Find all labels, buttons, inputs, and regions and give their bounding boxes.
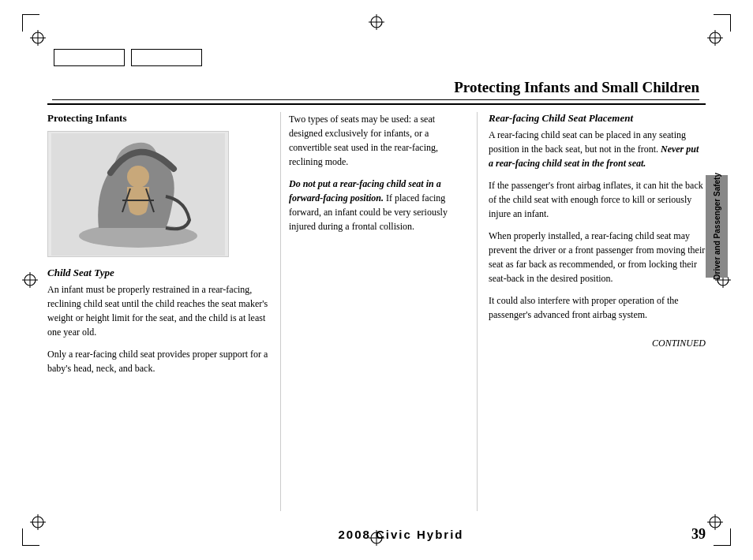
reg-mark-tl (30, 30, 46, 46)
page-title: Protecting Infants and Small Children (52, 79, 699, 100)
mid-intro-text: Two types of seats may be used: a seat d… (289, 112, 469, 169)
svg-point-26 (127, 166, 149, 188)
right-column: Driver and Passenger Safety Rear-facing … (478, 112, 706, 511)
content-area: Protecting Infants (47, 112, 706, 511)
corner-mark-bl (22, 528, 39, 546)
tab-box-1[interactable] (54, 49, 125, 66)
right-paragraph1-text: A rear-facing child seat can be placed i… (489, 129, 686, 155)
side-tab-text: Driver and Passenger Safety (713, 173, 721, 280)
continued-text: CONTINUED (489, 338, 706, 349)
infant-seat-image (47, 131, 229, 257)
title-rule (47, 103, 706, 105)
corner-mark-br (714, 528, 731, 546)
reg-mark-bl (30, 514, 46, 530)
reg-mark-tc (369, 14, 384, 30)
mid-bold-italic-block: Do not put a rear-facing child seat in a… (289, 177, 469, 233)
right-paragraph2: If the passenger's front airbag inflates… (489, 178, 706, 221)
corner-mark-tl (22, 14, 39, 32)
child-seat-type-paragraph2: Only a rear-facing child seat provides p… (47, 347, 271, 375)
footer-center: 2008 Civic Hybrid (338, 528, 463, 541)
right-paragraph3: When properly installed, a rear-facing c… (489, 229, 706, 286)
footer-page-number: 39 (691, 526, 706, 543)
tabs-row (54, 49, 202, 66)
section-heading-protecting-infants: Protecting Infants (47, 112, 271, 125)
child-seat-type-heading: Child Seat Type (47, 267, 271, 279)
left-column: Protecting Infants (47, 112, 280, 511)
reg-mark-br (707, 514, 723, 530)
page: Protecting Infants and Small Children Pr… (0, 0, 753, 560)
reg-mark-ml (22, 272, 38, 288)
side-tab: Driver and Passenger Safety (706, 175, 728, 278)
right-paragraph1: A rear-facing child seat can be placed i… (489, 128, 706, 170)
reg-mark-tr (707, 30, 723, 46)
tab-box-2[interactable] (131, 49, 202, 66)
right-paragraph4: It could also interfere with proper oper… (489, 293, 706, 322)
child-seat-type-paragraph1: An infant must be properly restrained in… (47, 282, 271, 339)
footer: 2008 Civic Hybrid 39 (47, 526, 706, 543)
rear-facing-placement-heading: Rear-facing Child Seat Placement (489, 112, 706, 125)
middle-column: Two types of seats may be used: a seat d… (280, 112, 478, 511)
corner-mark-tr (714, 14, 731, 32)
